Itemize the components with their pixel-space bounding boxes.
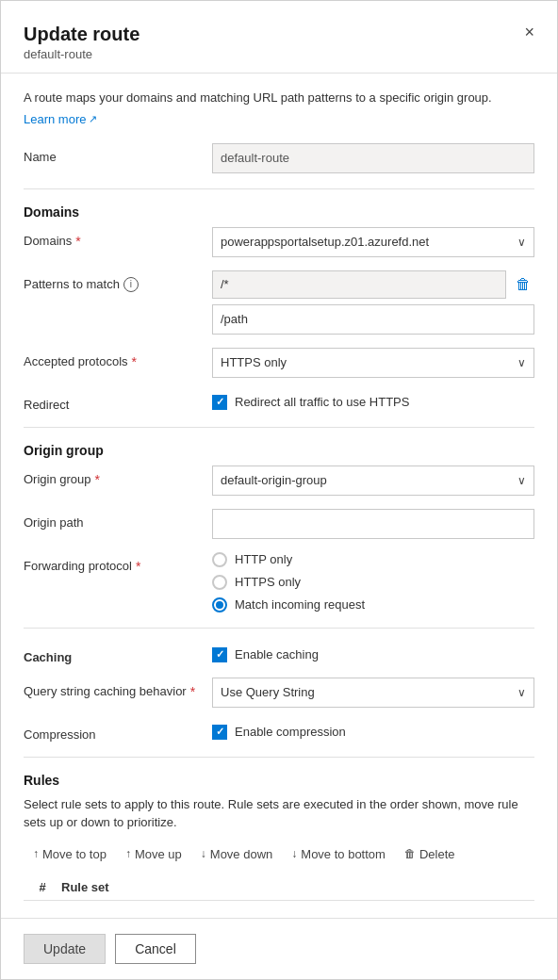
- radio-match-incoming-outer[interactable]: [212, 597, 227, 612]
- origin-path-label: Origin path: [24, 509, 212, 530]
- move-up-icon: ↑: [125, 847, 131, 860]
- origin-group-row: Origin group * default-origin-group ∨: [24, 466, 534, 496]
- enable-compression-checkmark: ✓: [216, 726, 224, 738]
- panel-description: A route maps your domains and matching U…: [24, 89, 534, 107]
- redirect-checkmark: ✓: [216, 396, 224, 408]
- redirect-row: Redirect ✓ Redirect all traffic to use H…: [24, 391, 534, 412]
- accepted-protocols-dropdown[interactable]: HTTPS only ∨: [212, 348, 534, 378]
- origin-group-chevron-icon: ∨: [517, 474, 526, 487]
- pattern-item-1: /* 🗑: [212, 270, 534, 299]
- divider-1: [24, 188, 534, 189]
- rules-toolbar: ↑ Move to top ↑ Move up ↓ Move down ↓ Mo…: [24, 843, 534, 865]
- pattern-value-1: /*: [212, 270, 506, 299]
- accepted-protocols-required: *: [132, 354, 137, 369]
- enable-compression-checkbox[interactable]: ✓: [212, 725, 227, 740]
- move-down-button[interactable]: ↓ Move down: [191, 843, 282, 865]
- accepted-protocols-label: Accepted protocols *: [24, 348, 212, 369]
- compression-control: ✓ Enable compression: [212, 721, 534, 740]
- query-string-required: *: [190, 684, 195, 699]
- rules-heading: Rules: [24, 773, 534, 788]
- move-to-top-icon: ↑: [33, 847, 39, 860]
- origin-path-row: Origin path: [24, 509, 534, 539]
- name-section: Name: [24, 143, 534, 173]
- forwarding-protocol-label: Forwarding protocol *: [24, 552, 212, 574]
- rules-col-rule: Rule set: [61, 880, 534, 894]
- radio-http-only[interactable]: HTTP only: [212, 552, 534, 567]
- panel-title: Update route: [24, 24, 534, 45]
- close-button[interactable]: ×: [520, 20, 538, 44]
- move-to-bottom-icon: ↓: [291, 847, 297, 860]
- patterns-info-icon: i: [123, 277, 139, 292]
- origin-group-dropdown[interactable]: default-origin-group ∨: [212, 466, 534, 496]
- origin-group-control: default-origin-group ∨: [212, 466, 534, 496]
- forwarding-protocol-required: *: [136, 559, 140, 574]
- origin-path-input[interactable]: [212, 509, 534, 539]
- radio-https-only[interactable]: HTTPS only: [212, 575, 534, 590]
- origin-group-required: *: [95, 472, 100, 487]
- move-up-button[interactable]: ↑ Move up: [116, 843, 191, 865]
- move-to-top-button[interactable]: ↑ Move to top: [24, 843, 116, 865]
- caching-control: ✓ Enable caching: [212, 644, 534, 662]
- forwarding-protocol-row: Forwarding protocol * HTTP only HTTPS on…: [24, 552, 534, 612]
- enable-compression-row: ✓ Enable compression: [212, 725, 534, 740]
- accepted-protocols-row: Accepted protocols * HTTPS only ∨: [24, 348, 534, 378]
- radio-https-only-outer[interactable]: [212, 575, 227, 590]
- divider-4: [24, 757, 534, 758]
- update-route-panel: Update route default-route × A route map…: [0, 0, 558, 980]
- divider-2: [24, 427, 534, 428]
- enable-caching-checkbox[interactable]: ✓: [212, 647, 227, 662]
- cancel-button[interactable]: Cancel: [115, 934, 196, 964]
- forwarding-protocol-radio-group: HTTP only HTTPS only Match incoming requ…: [212, 552, 534, 612]
- radio-https-only-label: HTTPS only: [235, 575, 301, 589]
- enable-compression-label: Enable compression: [235, 725, 346, 739]
- caching-label: Caching: [24, 644, 212, 664]
- redirect-checkbox[interactable]: ✓: [212, 395, 227, 410]
- move-down-label: Move down: [210, 847, 272, 861]
- rules-description: Select rule sets to apply to this route.…: [24, 795, 534, 832]
- accepted-protocols-control: HTTPS only ∨: [212, 348, 534, 378]
- panel-footer: Update Cancel: [1, 918, 557, 979]
- origin-group-heading: Origin group: [24, 443, 534, 458]
- pattern-input[interactable]: [212, 304, 534, 335]
- panel-body: A route maps your domains and matching U…: [1, 74, 557, 918]
- domains-label: Domains *: [24, 227, 212, 249]
- radio-http-only-outer[interactable]: [212, 552, 227, 567]
- radio-match-incoming[interactable]: Match incoming request: [212, 597, 534, 612]
- panel-header: Update route default-route ×: [1, 1, 557, 74]
- query-string-label: Query string caching behavior *: [24, 678, 212, 699]
- domains-heading: Domains: [24, 204, 534, 220]
- rules-table-header: # Rule set: [24, 874, 534, 901]
- domains-chevron-icon: ∨: [517, 236, 526, 249]
- enable-caching-checkmark: ✓: [216, 648, 224, 661]
- query-string-dropdown[interactable]: Use Query String ∨: [212, 678, 534, 708]
- pattern-input-row: [212, 304, 534, 335]
- divider-3: [24, 628, 534, 629]
- caching-row: Caching ✓ Enable caching: [24, 644, 534, 664]
- pattern-delete-icon[interactable]: 🗑: [512, 274, 534, 295]
- accepted-protocols-value: HTTPS only: [221, 355, 287, 369]
- domains-control: powerappsportalsetup.z01.azurefd.net ∨: [212, 227, 534, 257]
- name-label: Name: [24, 143, 212, 164]
- delete-rule-label: Delete: [419, 847, 455, 861]
- move-to-bottom-label: Move to bottom: [301, 847, 386, 861]
- domains-required: *: [75, 234, 80, 249]
- redirect-control: ✓ Redirect all traffic to use HTTPS: [212, 391, 534, 410]
- delete-rule-button[interactable]: 🗑 Delete: [395, 843, 465, 865]
- enable-caching-label: Enable caching: [235, 647, 319, 662]
- name-control: [212, 143, 534, 173]
- external-link-icon: ↗: [89, 113, 97, 125]
- origin-group-label: Origin group *: [24, 466, 212, 487]
- domains-row: Domains * powerappsportalsetup.z01.azure…: [24, 227, 534, 257]
- patterns-label: Patterns to match i: [24, 270, 212, 292]
- redirect-checkbox-label: Redirect all traffic to use HTTPS: [235, 395, 409, 409]
- update-button[interactable]: Update: [24, 934, 106, 964]
- radio-http-only-label: HTTP only: [235, 552, 292, 566]
- name-input: [212, 143, 534, 173]
- domains-dropdown[interactable]: powerappsportalsetup.z01.azurefd.net ∨: [212, 227, 534, 257]
- panel-subtitle: default-route: [24, 47, 534, 61]
- move-to-bottom-button[interactable]: ↓ Move to bottom: [282, 843, 395, 865]
- rules-col-hash: #: [24, 880, 61, 894]
- accepted-protocols-chevron-icon: ∨: [517, 356, 526, 369]
- compression-row: Compression ✓ Enable compression: [24, 721, 534, 742]
- learn-more-link[interactable]: Learn more ↗: [24, 112, 97, 126]
